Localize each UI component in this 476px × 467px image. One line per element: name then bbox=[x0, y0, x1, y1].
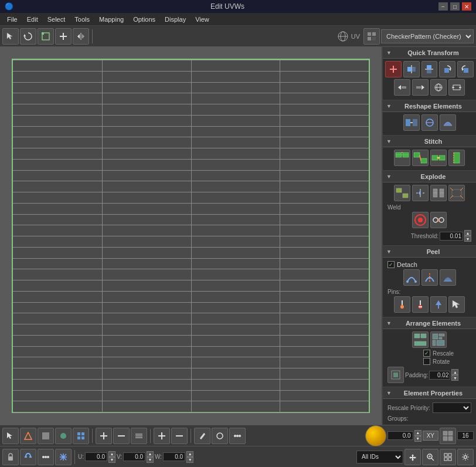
pin-cursor-btn[interactable] bbox=[448, 296, 465, 313]
qt-flip-v[interactable] bbox=[421, 61, 438, 77]
bt2-pan-icon[interactable] bbox=[404, 449, 421, 465]
qt-rotate-90cw[interactable] bbox=[439, 61, 455, 77]
bt1-minus-icon[interactable] bbox=[113, 428, 130, 444]
zoom-input[interactable] bbox=[457, 431, 474, 440]
padding-icon-btn[interactable] bbox=[387, 367, 404, 383]
qt-move-left[interactable] bbox=[394, 79, 410, 96]
minimize-button[interactable]: − bbox=[438, 2, 448, 11]
peel-btn1[interactable] bbox=[403, 269, 420, 286]
u-input[interactable] bbox=[85, 452, 107, 461]
menu-edit[interactable]: Edit bbox=[22, 15, 43, 24]
qt-stretch[interactable] bbox=[448, 79, 465, 96]
pin-filter-btn[interactable] bbox=[430, 296, 447, 313]
ae-pack-btn[interactable] bbox=[430, 331, 447, 348]
explode-btn3[interactable] bbox=[430, 185, 447, 201]
v-input[interactable] bbox=[123, 452, 145, 461]
bt1-remove-icon[interactable] bbox=[171, 428, 188, 444]
qt-flip-h[interactable] bbox=[403, 61, 420, 77]
menu-mapping[interactable]: Mapping bbox=[94, 15, 128, 24]
qt-rotate-90ccw[interactable] bbox=[457, 61, 474, 77]
value-up[interactable]: ▲ bbox=[414, 430, 421, 436]
detach-checkbox[interactable]: ✓ bbox=[387, 261, 395, 268]
stitch-btn1[interactable] bbox=[394, 150, 410, 166]
tb-mirror[interactable] bbox=[73, 28, 89, 45]
qt-add-button[interactable] bbox=[385, 61, 402, 77]
bt1-uvw-mode[interactable] bbox=[73, 428, 89, 444]
bt1-lines-icon[interactable] bbox=[131, 428, 147, 444]
bt1-circle-icon[interactable] bbox=[212, 428, 228, 444]
bt1-pencil-icon[interactable] bbox=[194, 428, 210, 444]
menu-tools[interactable]: Tools bbox=[70, 15, 94, 24]
bt1-sphere-icon[interactable] bbox=[365, 425, 386, 446]
menu-options[interactable]: Options bbox=[128, 15, 160, 24]
re-btn2[interactable] bbox=[421, 114, 438, 131]
bt1-add-icon[interactable] bbox=[154, 428, 170, 444]
stitch-btn3[interactable] bbox=[430, 150, 447, 166]
stitch-btn2[interactable] bbox=[412, 150, 429, 166]
padding-input[interactable] bbox=[429, 371, 450, 380]
menu-select[interactable]: Select bbox=[43, 15, 70, 24]
bt1-plus-icon[interactable] bbox=[96, 428, 112, 444]
xy-axis-btn[interactable]: XY bbox=[423, 431, 438, 441]
value-input[interactable] bbox=[387, 431, 413, 440]
bt2-magnet-icon[interactable] bbox=[20, 449, 36, 465]
tb-view-options[interactable] bbox=[363, 28, 380, 45]
threshold-up[interactable]: ▲ bbox=[464, 230, 471, 236]
v-down[interactable]: ▼ bbox=[147, 457, 154, 463]
rescale-priority-select[interactable] bbox=[433, 402, 471, 413]
reshape-elements-header[interactable]: ▼ Reshape Elements bbox=[383, 100, 476, 112]
pin-remove-btn[interactable] bbox=[412, 296, 429, 313]
w-down[interactable]: ▼ bbox=[186, 457, 193, 463]
pin-add-btn[interactable] bbox=[394, 296, 410, 313]
tb-select-mode[interactable] bbox=[2, 28, 19, 45]
padding-down[interactable]: ▼ bbox=[451, 375, 458, 381]
bt1-select-icon[interactable] bbox=[2, 428, 19, 444]
bt1-face-mode[interactable] bbox=[38, 428, 54, 444]
rotate-checkbox[interactable] bbox=[423, 358, 430, 365]
tb-plus-mode[interactable] bbox=[55, 28, 72, 45]
explode-btn2[interactable] bbox=[412, 185, 429, 201]
stitch-btn4[interactable] bbox=[448, 150, 465, 166]
threshold-down[interactable]: ▼ bbox=[464, 236, 471, 242]
bt2-snowflake-icon[interactable] bbox=[55, 449, 72, 465]
padding-up[interactable]: ▲ bbox=[451, 369, 458, 375]
qt-move-right[interactable] bbox=[412, 79, 429, 96]
w-up[interactable]: ▲ bbox=[186, 451, 193, 457]
checker-pattern-select[interactable]: CheckerPattern (Checker) bbox=[381, 29, 474, 43]
maximize-button[interactable]: □ bbox=[450, 2, 460, 11]
bt2-grid-icon[interactable] bbox=[440, 449, 456, 465]
re-btn1[interactable] bbox=[403, 114, 420, 131]
threshold-input[interactable] bbox=[440, 232, 463, 241]
bt2-settings-icon[interactable] bbox=[457, 449, 474, 465]
value-down[interactable]: ▼ bbox=[414, 436, 421, 442]
close-button[interactable]: ✕ bbox=[462, 2, 471, 11]
v-up[interactable]: ▲ bbox=[147, 451, 154, 457]
explode-header[interactable]: ▼ Explode bbox=[383, 171, 476, 182]
arrange-elements-header[interactable]: ▼ Arrange Elements bbox=[383, 317, 476, 329]
bt1-dots-icon[interactable] bbox=[229, 428, 246, 444]
menu-display[interactable]: Display bbox=[160, 15, 191, 24]
quick-transform-header[interactable]: ▼ Quick Transform bbox=[383, 47, 476, 59]
w-input[interactable] bbox=[163, 452, 185, 461]
bt2-dots-icon[interactable] bbox=[38, 449, 54, 465]
uv-viewport[interactable] bbox=[0, 47, 382, 425]
bt1-tile-icon[interactable] bbox=[440, 428, 456, 444]
weld-target-btn[interactable] bbox=[412, 212, 429, 228]
peel-btn2[interactable] bbox=[421, 269, 438, 286]
re-btn3[interactable] bbox=[440, 114, 456, 131]
menu-view[interactable]: View bbox=[191, 15, 214, 24]
u-down[interactable]: ▼ bbox=[108, 457, 115, 463]
element-properties-header[interactable]: ▼ Element Properties bbox=[383, 387, 476, 399]
tb-rectangle-select[interactable] bbox=[38, 28, 54, 45]
weld-merge-btn[interactable] bbox=[430, 212, 447, 228]
bt1-vertex-mode[interactable] bbox=[20, 428, 36, 444]
explode-btn4[interactable] bbox=[448, 185, 465, 201]
peel-btn3[interactable] bbox=[440, 269, 456, 286]
ae-arrange-btn[interactable] bbox=[412, 331, 429, 348]
peel-header[interactable]: ▼ Peel bbox=[383, 246, 476, 258]
menu-file[interactable]: File bbox=[2, 15, 22, 24]
all-ids-select[interactable]: All IDs bbox=[356, 451, 403, 463]
rescale-checkbox[interactable]: ✓ bbox=[423, 350, 430, 357]
u-up[interactable]: ▲ bbox=[108, 451, 115, 457]
bt1-element-mode[interactable] bbox=[55, 428, 72, 444]
